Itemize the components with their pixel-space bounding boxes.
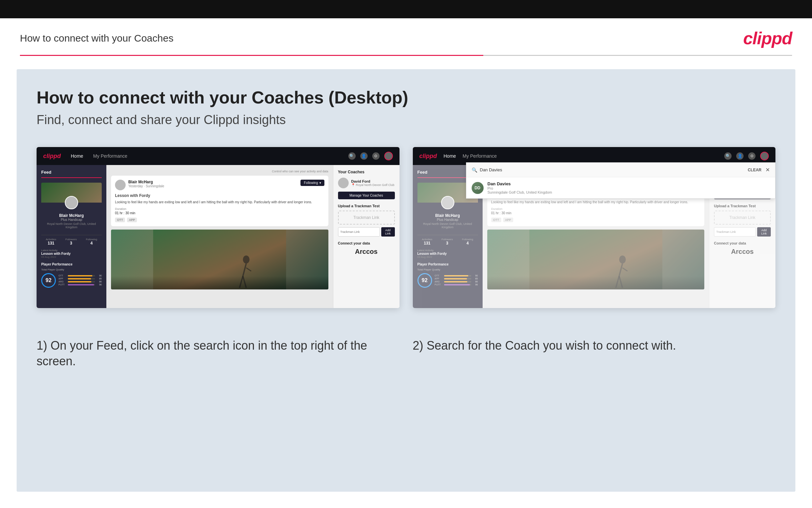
user-avatar[interactable]: [384, 152, 393, 160]
trackman-placeholder-2: Trackman Link: [714, 211, 771, 224]
search-result[interactable]: DD Dan Davies Pro Sunningdale Golf Club,…: [466, 177, 775, 198]
profile-card: Blair McHarg Plus Handicap Royal North D…: [41, 183, 102, 246]
coach-avatar: [338, 178, 349, 188]
svg-line-5: [243, 276, 246, 288]
page-title: How to connect with your Coaches: [20, 33, 174, 44]
score-circle: 92: [41, 273, 56, 288]
bar-putt: PUTT 96: [58, 284, 102, 286]
search-close-button[interactable]: ✕: [765, 167, 770, 173]
post-tags-2: OTT APP: [491, 218, 701, 222]
post-tags: OTT APP: [115, 218, 324, 222]
score-bars: OTT 90 APP 85 ARG: [58, 274, 102, 287]
coach-item: David Ford 📍 Royal North Devon Golf Club: [338, 178, 395, 188]
duration-label: Duration: [115, 207, 324, 211]
main-title: How to connect with your Coaches (Deskto…: [37, 87, 775, 108]
score-circle-2: 92: [418, 273, 432, 288]
app-logo: clippd: [43, 153, 61, 160]
caption-text-1: 1) On your Feed, click on the search ico…: [37, 338, 399, 369]
profile-handicap-2: Plus Handicap: [419, 218, 477, 221]
caption-text-2: 2) Search for the Coach you wish to conn…: [413, 338, 776, 354]
coach-name: David Ford: [351, 179, 394, 183]
trackman-input-row-2: Add Link: [714, 227, 771, 237]
control-text[interactable]: Control who can see your activity and da…: [111, 170, 328, 173]
score-row: 92 OTT 90 APP 85: [41, 273, 102, 288]
svg-line-10: [616, 276, 619, 288]
search-result-role: Pro: [488, 186, 552, 190]
caption-1: 1) On your Feed, click on the search ico…: [37, 328, 399, 369]
follow-button[interactable]: Following ▾: [300, 180, 324, 186]
nav-home[interactable]: Home: [71, 153, 83, 159]
stat-activities: Activities 131: [46, 238, 56, 246]
add-link-button-2[interactable]: Add Link: [757, 227, 771, 237]
post-image-2: [487, 229, 705, 289]
post-author-info: Blair McHarg Yesterday · Sunningdale: [128, 180, 164, 188]
nav-home-2[interactable]: Home: [444, 153, 456, 159]
search-result-avatar: DD: [472, 182, 484, 194]
search-overlay: 🔍 Dan Davies CLEAR ✕ DD Dan Davies Pro S…: [466, 162, 776, 199]
post-duration: 01 hr : 30 min: [115, 211, 324, 215]
latest-activity: Latest Activity Lesson with Fordy 03 Aug…: [41, 249, 102, 258]
score-row-2: 92 OTT90 APP85 ARG86 PUTT96: [418, 273, 478, 288]
bar-ott: OTT 90: [58, 274, 102, 277]
settings-icon[interactable]: ⚙: [372, 153, 380, 160]
coach-club: 📍 Royal North Devon Golf Club: [351, 183, 394, 186]
search-query[interactable]: Dan Davies: [480, 167, 748, 172]
header: How to connect with your Coaches clippd: [0, 18, 812, 55]
app-logo-2: clippd: [420, 153, 437, 160]
svg-rect-0: [153, 229, 286, 289]
profile-info: Blair McHarg Plus Handicap Royal North D…: [41, 211, 102, 231]
stat-following: Following 4: [86, 238, 97, 246]
search-bar: 🔍 Dan Davies CLEAR ✕: [466, 163, 775, 177]
arccos-brand: Arccos: [338, 248, 395, 255]
settings-icon-2[interactable]: ⚙: [748, 153, 756, 160]
search-result-name: Dan Davies: [488, 181, 552, 186]
post-header: Blair McHarg Yesterday · Sunningdale Fol…: [115, 180, 324, 190]
search-icon-overlay: 🔍: [472, 167, 477, 173]
main-subtitle: Find, connect and share your Clippd insi…: [37, 113, 775, 127]
upload-title: Upload a Trackman Test: [338, 204, 395, 208]
right-panel: Your Coaches David Ford 📍 Royal North De…: [333, 165, 399, 308]
nav-my-performance-2[interactable]: My Performance: [463, 153, 497, 159]
player-performance: Player Performance Total Player Quality …: [41, 262, 102, 288]
manage-coaches-button[interactable]: Manage Your Coaches: [338, 192, 395, 199]
tag-app-2: APP: [503, 218, 513, 222]
stat-activities-2: Activities 131: [422, 238, 432, 246]
profile-icon-2[interactable]: 👤: [736, 153, 744, 160]
connect-title: Connect your data: [338, 241, 395, 245]
svg-point-7: [619, 255, 626, 263]
user-avatar-2[interactable]: [760, 152, 769, 160]
footer: Copyright Clippd 2022: [0, 505, 812, 508]
feed-tab[interactable]: Feed: [41, 170, 102, 178]
header-divider: [20, 55, 792, 56]
stat-followers: Followers 3: [65, 238, 77, 246]
captions-row: 1) On your Feed, click on the search ico…: [37, 328, 775, 369]
bar-app: APP 85: [58, 278, 102, 280]
trackman-input[interactable]: [338, 227, 380, 237]
clippd-logo: clippd: [743, 28, 792, 48]
search-icon-2[interactable]: 🔍: [724, 153, 731, 160]
profile-icon[interactable]: 👤: [360, 153, 368, 160]
arccos-brand-2: Arccos: [714, 248, 771, 255]
trackman-input-2[interactable]: [714, 227, 756, 237]
profile-name: Blair McHarg: [43, 213, 100, 218]
post-body-2: Looking to feel like my hands are exitin…: [491, 200, 701, 205]
screenshot-2: clippd Home My Performance 🔍 👤 ⚙ 🔍 Dan D…: [413, 147, 776, 308]
search-icon[interactable]: 🔍: [348, 153, 355, 160]
screenshots-row: clippd Home My Performance 🔍 👤 ⚙ Feed: [37, 147, 775, 308]
post-duration-2: 01 hr : 30 min: [491, 211, 701, 215]
profile-handicap: Plus Handicap: [43, 218, 100, 221]
coach-info: David Ford 📍 Royal North Devon Golf Club: [351, 179, 394, 186]
screenshot-1: clippd Home My Performance 🔍 👤 ⚙ Feed: [37, 147, 399, 308]
stat-followers-2: Followers 3: [441, 238, 453, 246]
add-link-button[interactable]: Add Link: [381, 227, 395, 237]
upload-section: Upload a Trackman Test Trackman Link Add…: [338, 204, 395, 237]
stats-row: Activities 131 Followers 3 Following 4: [41, 235, 102, 246]
nav-icons: 🔍 👤 ⚙: [348, 152, 393, 160]
nav-my-performance[interactable]: My Performance: [93, 153, 127, 159]
svg-rect-6: [529, 229, 662, 289]
tag-app: APP: [127, 218, 137, 222]
search-clear-button[interactable]: CLEAR: [748, 168, 761, 172]
app-feed-area: Control who can see your activity and da…: [106, 165, 333, 308]
bar-arg: ARG 86: [58, 281, 102, 283]
profile-cover: [41, 183, 102, 203]
